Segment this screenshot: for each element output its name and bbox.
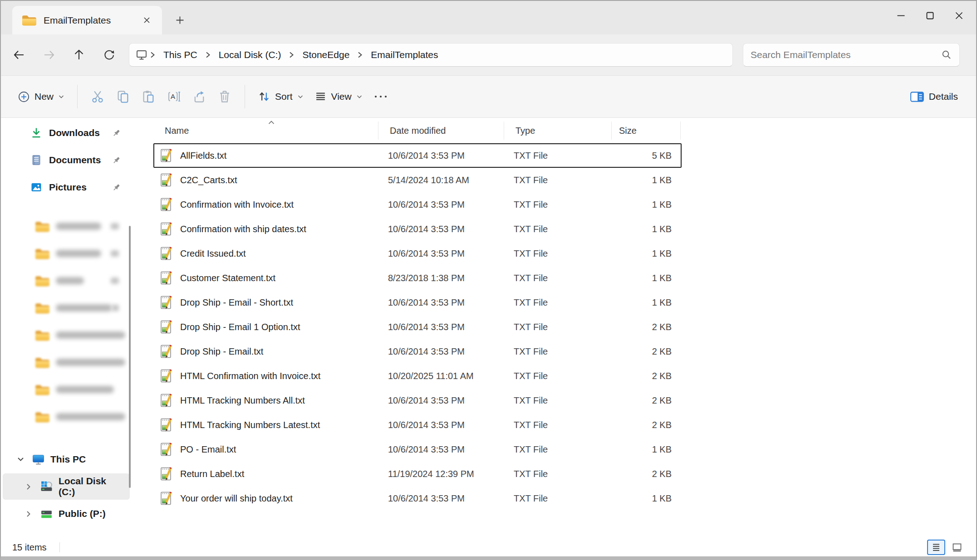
sidebar-folder-item-blurred[interactable] <box>3 404 130 430</box>
txt-file-icon <box>159 148 174 163</box>
file-row[interactable]: HTML Tracking Numbers Latest.txt 10/6/20… <box>153 413 682 437</box>
new-button[interactable]: New <box>12 84 70 109</box>
sidebar-item-local-disk-c[interactable]: Local Disk (C:) <box>3 473 130 500</box>
rename-button[interactable]: A <box>161 84 187 109</box>
new-button-label: New <box>34 91 54 102</box>
cut-button[interactable] <box>85 84 110 109</box>
sidebar-folder-item-blurred[interactable] <box>3 213 130 239</box>
explorer-window: EmailTemplates <box>0 0 977 560</box>
sidebar-folder-item-blurred[interactable] <box>3 322 130 348</box>
file-type: TXT File <box>503 346 611 357</box>
file-row[interactable]: Credit Issued.txt 10/6/2014 3:53 PM TXT … <box>153 241 682 266</box>
file-name-cell: HTML Confirmation with Invoice.txt <box>154 368 378 384</box>
search-box <box>743 43 960 67</box>
sidebar-item-downloads[interactable]: Downloads <box>3 120 130 146</box>
minimize-button[interactable] <box>886 1 915 30</box>
sidebar-folder-item-blurred[interactable] <box>3 240 130 267</box>
sidebar-item-documents[interactable]: Documents <box>3 147 130 173</box>
tab-close-button[interactable] <box>138 12 155 29</box>
tab-emailtemplates[interactable]: EmailTemplates <box>12 6 162 34</box>
file-type: TXT File <box>503 151 611 161</box>
view-button[interactable]: View <box>309 84 368 109</box>
forward-button[interactable] <box>37 44 61 66</box>
delete-button[interactable] <box>212 84 237 109</box>
delete-icon <box>218 90 231 103</box>
blurred-pin <box>111 250 119 257</box>
file-row[interactable]: PO - Email.txt 10/6/2014 3:53 PM TXT Fil… <box>153 437 682 462</box>
txt-file-icon <box>159 466 174 482</box>
file-name: PO - Email.txt <box>180 444 236 455</box>
ellipsis-icon <box>374 94 388 99</box>
more-options-button[interactable] <box>368 84 393 109</box>
breadcrumb-item[interactable]: Local Disk (C:) <box>213 47 287 63</box>
file-size: 2 KB <box>611 346 679 357</box>
chevron-down-icon[interactable] <box>14 456 27 463</box>
back-button[interactable] <box>7 44 31 66</box>
command-bar: New <box>1 75 976 117</box>
new-tab-button[interactable] <box>170 11 190 29</box>
file-row[interactable]: Confirmation with Invoice.txt 10/6/2014 … <box>153 192 682 217</box>
file-type: TXT File <box>503 420 611 430</box>
column-header-date-modified[interactable]: Date modified <box>378 118 504 143</box>
chevron-right-icon[interactable] <box>22 510 35 518</box>
statusbar-divider <box>59 542 60 552</box>
file-name-cell: AllFields.txt <box>154 148 378 163</box>
file-size: 2 KB <box>611 469 679 479</box>
sidebar-item-this-pc[interactable]: This PC <box>3 446 130 472</box>
details-view-toggle[interactable] <box>927 540 945 555</box>
breadcrumb-item[interactable]: EmailTemplates <box>365 47 443 63</box>
up-arrow-icon <box>73 49 85 61</box>
folder-icon <box>34 220 49 233</box>
file-type: TXT File <box>503 175 611 185</box>
file-row[interactable]: Confirmation with ship dates.txt 10/6/20… <box>153 217 682 241</box>
share-button[interactable] <box>187 84 212 109</box>
file-row[interactable]: Return Label.txt 11/19/2024 12:39 PM TXT… <box>153 462 682 486</box>
close-window-button[interactable] <box>944 1 973 30</box>
file-date-modified: 10/6/2014 3:53 PM <box>378 444 503 455</box>
sidebar-item-public-p[interactable]: Public (P:) <box>3 501 130 527</box>
thumbnails-view-toggle[interactable] <box>948 540 966 555</box>
file-name: Credit Issued.txt <box>180 248 246 259</box>
address-bar[interactable]: This PC Local Disk (C:) StoneEdge EmailT… <box>129 43 733 67</box>
blurred-folder-label <box>56 277 84 284</box>
sidebar-folder-item-blurred[interactable] <box>3 349 130 375</box>
file-row[interactable]: Drop Ship - Email - Short.txt 10/6/2014 … <box>153 290 682 315</box>
file-size: 1 KB <box>611 224 679 234</box>
file-row[interactable]: Drop Ship - Email 1 Option.txt 10/6/2014… <box>153 315 682 339</box>
breadcrumb-item[interactable]: StoneEdge <box>297 47 355 63</box>
sort-button[interactable]: Sort <box>252 84 309 109</box>
up-button[interactable] <box>67 44 91 66</box>
copy-icon <box>116 90 130 103</box>
blurred-folder-label <box>56 304 112 312</box>
file-row[interactable]: AllFields.txt 10/6/2014 3:53 PM TXT File… <box>153 143 682 168</box>
file-row[interactable]: HTML Tracking Numbers All.txt 10/6/2014 … <box>153 388 682 413</box>
column-header-size[interactable]: Size <box>612 118 681 143</box>
refresh-button[interactable] <box>97 44 121 66</box>
breadcrumb-item[interactable]: This PC <box>158 47 203 63</box>
file-row[interactable]: HTML Confirmation with Invoice.txt 10/20… <box>153 364 682 388</box>
column-header-name[interactable]: Name <box>153 118 378 143</box>
sidebar-item-pictures[interactable]: Pictures <box>3 174 130 200</box>
sidebar-folder-item-blurred[interactable] <box>3 268 130 294</box>
folder-icon <box>34 356 49 369</box>
chevron-right-icon[interactable] <box>22 483 35 491</box>
file-row[interactable]: Your order will ship today.txt 10/6/2014… <box>153 486 682 511</box>
file-size: 1 KB <box>611 297 679 308</box>
file-row[interactable]: Drop Ship - Email.txt 10/6/2014 3:53 PM … <box>153 339 682 364</box>
column-header-type[interactable]: Type <box>504 118 612 143</box>
window-controls <box>886 1 973 30</box>
maximize-button[interactable] <box>915 1 944 30</box>
sidebar-folder-item-blurred[interactable] <box>3 295 130 321</box>
sidebar-scrollbar[interactable] <box>129 226 131 488</box>
file-size: 1 KB <box>611 248 679 259</box>
search-input[interactable] <box>751 49 941 60</box>
sidebar-folder-item-blurred[interactable] <box>3 376 130 403</box>
file-row[interactable]: Customer Statement.txt 8/23/2018 1:38 PM… <box>153 266 682 290</box>
breadcrumb-chevron-icon <box>355 51 365 59</box>
file-row[interactable]: C2C_Carts.txt 5/14/2024 10:18 AM TXT Fil… <box>153 168 682 192</box>
paste-button[interactable] <box>136 84 161 109</box>
pictures-icon <box>30 181 43 194</box>
file-date-modified: 10/6/2014 3:53 PM <box>378 151 503 161</box>
details-pane-button[interactable]: Details <box>904 84 963 109</box>
copy-button[interactable] <box>110 84 136 109</box>
